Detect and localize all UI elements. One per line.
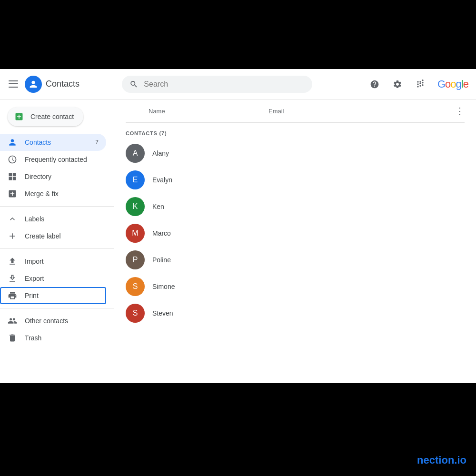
trash-label: Trash — [25, 334, 41, 342]
other-contacts-label: Other contacts — [25, 317, 68, 325]
menu-icon[interactable] — [8, 79, 19, 90]
help-icon[interactable] — [365, 75, 384, 94]
contact-name: Ken — [152, 203, 271, 210]
export-icon — [8, 274, 17, 283]
contact-avatar: A — [126, 144, 145, 163]
directory-icon — [8, 172, 17, 181]
contact-row[interactable]: A Alany — [126, 140, 465, 167]
sidebar-item-contacts[interactable]: Contacts 7 — [0, 134, 106, 151]
sidebar-item-export[interactable]: Export — [0, 270, 106, 287]
create-label-label: Create label — [25, 232, 61, 240]
app-name-label: Contacts — [46, 79, 79, 89]
directory-label: Directory — [25, 173, 51, 180]
contact-avatar: S — [126, 277, 145, 296]
contact-row[interactable]: E Evalyn — [126, 167, 465, 193]
sidebar-item-directory[interactable]: Directory — [0, 168, 106, 185]
contact-avatar: E — [126, 170, 145, 189]
labels-section-label: Labels — [25, 215, 44, 223]
column-name-header: Name — [126, 108, 268, 115]
merge-fix-icon — [8, 189, 17, 198]
contacts-nav-icon — [8, 138, 17, 147]
nection-branding: nection.io — [417, 454, 466, 466]
more-options-icon[interactable]: ⋮ — [455, 105, 465, 117]
sidebar: Create contact Contacts 7 — [0, 99, 114, 383]
print-icon — [8, 291, 17, 300]
import-label: Import — [25, 258, 44, 265]
sidebar-divider-3 — [0, 308, 114, 308]
contact-name: Evalyn — [152, 176, 271, 184]
nection-logo-label: nection.io — [417, 454, 466, 466]
labels-section-header[interactable]: Labels — [0, 210, 114, 228]
contacts-section-label: CONTACTS (7) — [126, 123, 465, 140]
sidebar-item-merge-fix[interactable]: Merge & fix — [0, 185, 106, 202]
contact-name: Steven — [152, 309, 271, 317]
apps-icon[interactable] — [411, 75, 430, 94]
frequently-contacted-label: Frequently contacted — [25, 156, 87, 163]
create-label-icon — [8, 231, 17, 241]
plus-icon — [13, 111, 25, 122]
sidebar-item-trash[interactable]: Trash — [0, 329, 106, 347]
app-logo: Contacts — [25, 76, 79, 93]
search-input[interactable] — [144, 80, 305, 89]
google-logo: Google — [437, 78, 468, 90]
import-icon — [8, 257, 17, 266]
sidebar-divider-1 — [0, 206, 114, 207]
contact-avatar: M — [126, 224, 145, 243]
app-header: Contacts — [0, 69, 476, 99]
contacts-nav-label: Contacts — [25, 139, 51, 146]
sidebar-item-import[interactable]: Import — [0, 253, 106, 270]
merge-fix-label: Merge & fix — [25, 190, 59, 198]
contacts-content: Name Email ⋮ CONTACTS (7) A Alany E Eval… — [114, 99, 476, 383]
sidebar-item-frequently-contacted[interactable]: Frequently contacted — [0, 151, 106, 168]
sidebar-item-create-label[interactable]: Create label — [0, 228, 106, 245]
contact-avatar: P — [126, 250, 145, 269]
sidebar-item-other-contacts[interactable]: Other contacts — [0, 312, 106, 329]
contact-row[interactable]: M Marco — [126, 220, 465, 247]
labels-chevron-icon — [8, 214, 17, 224]
contact-name: Marco — [152, 229, 271, 237]
export-label: Export — [25, 275, 44, 282]
frequently-contacted-icon — [8, 155, 17, 164]
other-contacts-icon — [8, 316, 17, 326]
header-left: Contacts — [8, 76, 122, 93]
main-content: Create contact Contacts 7 — [0, 99, 476, 383]
search-bar[interactable] — [122, 76, 312, 93]
print-label: Print — [25, 292, 39, 299]
contact-name: Simone — [152, 283, 271, 290]
logo-avatar — [25, 76, 42, 93]
contacts-nav-badge: 7 — [95, 139, 99, 146]
contact-row[interactable]: K Ken — [126, 193, 465, 220]
create-contact-button[interactable]: Create contact — [8, 107, 83, 126]
search-icon — [129, 79, 138, 89]
create-contact-label: Create contact — [30, 113, 74, 120]
content-header: Name Email ⋮ — [126, 99, 465, 123]
sidebar-divider-2 — [0, 248, 114, 249]
contact-name: Poline — [152, 256, 271, 264]
contact-row[interactable]: S Steven — [126, 300, 465, 327]
contact-avatar: K — [126, 197, 145, 216]
trash-icon — [8, 333, 17, 343]
contacts-logo-icon — [28, 79, 39, 89]
settings-icon[interactable] — [388, 75, 407, 94]
contact-row[interactable]: P Poline — [126, 247, 465, 273]
column-email-header: Email — [268, 108, 455, 115]
sidebar-item-print[interactable]: Print — [0, 287, 106, 304]
header-right: Google — [365, 75, 468, 94]
contact-avatar: S — [126, 304, 145, 323]
contact-name: Alany — [152, 149, 271, 157]
contacts-list: A Alany E Evalyn K Ken M Marco P Poline … — [126, 140, 465, 327]
contact-row[interactable]: S Simone — [126, 273, 465, 300]
